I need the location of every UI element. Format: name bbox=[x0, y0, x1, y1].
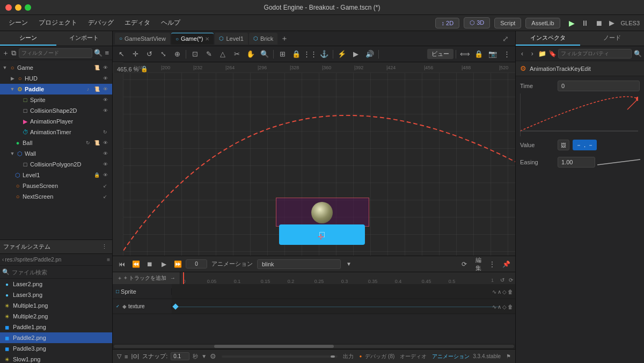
vt-more[interactable]: ⋮ bbox=[500, 48, 513, 60]
anim-name-input[interactable] bbox=[257, 259, 341, 269]
menu-help[interactable]: ヘルプ bbox=[157, 17, 185, 29]
tab-import[interactable]: インポート bbox=[56, 31, 113, 46]
fs-search-input[interactable] bbox=[12, 269, 110, 275]
tl-edit-btn[interactable]: 編集 bbox=[472, 258, 484, 270]
pause-button[interactable]: ⏸ bbox=[581, 19, 589, 27]
track-texture-curve[interactable]: ∿ bbox=[492, 303, 496, 309]
tl-options-btn[interactable]: ⋮ bbox=[486, 258, 498, 270]
tab-level1[interactable]: ⬡ Level1 bbox=[215, 33, 247, 45]
fs-more-btn[interactable]: ≡ bbox=[107, 257, 110, 263]
tree-item-animation[interactable]: ▶ AnimationPlayer bbox=[0, 116, 112, 127]
tl-loop-btn[interactable]: ⟳ bbox=[458, 258, 470, 270]
tl-stop[interactable]: ⏹ bbox=[144, 258, 156, 270]
vt-group[interactable]: ⋮⋮ bbox=[304, 48, 317, 60]
snap-value-input[interactable] bbox=[171, 352, 189, 360]
fs-item-paddle2[interactable]: ◼ Paddle2.png bbox=[0, 332, 112, 343]
vt-select[interactable]: ↖ bbox=[115, 48, 128, 60]
fs-nav-back[interactable]: ‹ bbox=[2, 257, 4, 263]
vt-scale[interactable]: ⤡ bbox=[157, 48, 170, 60]
tree-item-collpoly[interactable]: □ CollisionPolygon2D 👁 bbox=[0, 159, 112, 170]
maximize-button[interactable] bbox=[25, 4, 31, 11]
vt-anchor[interactable]: ⚓ bbox=[318, 48, 331, 60]
vt-bone[interactable]: ⊡ bbox=[188, 48, 201, 60]
tab-game-close[interactable]: ✕ bbox=[205, 36, 209, 42]
menu-project[interactable]: プロジェクト bbox=[34, 17, 82, 29]
tree-item-wall[interactable]: ▼ ⬡ Wall 👁 bbox=[0, 148, 112, 159]
tl-play[interactable]: ▶ bbox=[158, 258, 170, 270]
tree-item-game[interactable]: ▼ ○ Game 📜 👁 bbox=[0, 62, 112, 73]
filter-input[interactable] bbox=[19, 48, 92, 58]
viewport[interactable]: |168 |200 |232 |264 |296 |328 |360 |392 … bbox=[113, 62, 515, 256]
prop-value-icon-btn[interactable]: 🖼 bbox=[558, 140, 569, 150]
view-button[interactable]: ビュー bbox=[427, 49, 453, 59]
tree-item-hud[interactable]: ▶ ○ HUD 👁 bbox=[0, 73, 112, 84]
vt-camera[interactable]: 📷 bbox=[486, 48, 499, 60]
close-button[interactable] bbox=[5, 4, 12, 11]
filter-icon-bottom[interactable]: ▽ bbox=[117, 353, 121, 360]
instance-button[interactable]: ⧉ bbox=[11, 48, 17, 58]
vt-polygon[interactable]: △ bbox=[216, 48, 229, 60]
tl-loop-icon[interactable]: ⟳ bbox=[509, 277, 513, 283]
tab-brick[interactable]: ⬡ Brick bbox=[249, 33, 277, 45]
track-texture-delete[interactable]: 🗑 bbox=[508, 303, 513, 309]
tl-add-key[interactable]: ⏮ bbox=[116, 258, 128, 270]
bottom-animation[interactable]: アニメーション bbox=[432, 353, 470, 360]
fs-options-button[interactable]: ⋮ bbox=[99, 242, 109, 252]
playhead[interactable] bbox=[183, 272, 184, 284]
vt-zoom[interactable]: 🔍 bbox=[258, 48, 271, 60]
vt-move[interactable]: ✛ bbox=[129, 48, 142, 60]
tab-scene[interactable]: シーン bbox=[0, 31, 56, 46]
menu-debug[interactable]: デバッグ bbox=[84, 17, 118, 29]
insp-file-btn[interactable]: 📁 bbox=[538, 48, 547, 60]
tl-step-back[interactable]: ⏪ bbox=[130, 258, 142, 270]
vt-lock[interactable]: 🔒 bbox=[290, 48, 303, 60]
script-button[interactable]: Script bbox=[494, 18, 521, 28]
vt-anim[interactable]: ▶ bbox=[349, 48, 362, 60]
tab-node[interactable]: ノード bbox=[580, 31, 645, 46]
fs-item-paddle3[interactable]: ◼ Paddle3.png bbox=[0, 343, 112, 354]
new-node-button[interactable]: ＋ bbox=[2, 48, 9, 58]
bottom-output[interactable]: 出力 bbox=[343, 353, 354, 360]
insp-history-back[interactable]: ‹ bbox=[518, 48, 526, 60]
insp-filter-input[interactable] bbox=[558, 49, 632, 59]
insp-history-fwd[interactable]: › bbox=[528, 48, 537, 60]
timeline-scrollbar-thumb[interactable] bbox=[214, 345, 334, 348]
tree-item-ball[interactable]: ● Ball ↻ 📜 👁 bbox=[0, 137, 112, 148]
bottom-audio[interactable]: オーディオ bbox=[400, 353, 427, 360]
tab-inspector[interactable]: インスペクタ bbox=[516, 31, 580, 46]
vt-skeleton[interactable]: ⚡ bbox=[335, 48, 348, 60]
track-texture-key[interactable]: ◇ bbox=[502, 303, 507, 309]
tab-game[interactable]: ○ Game(*) ✕ bbox=[171, 33, 214, 45]
prop-easing-input[interactable] bbox=[558, 157, 595, 168]
tree-item-animtimer[interactable]: ⏱ AnimationTimer ↻ bbox=[0, 127, 112, 137]
assetlib-button[interactable]: AssetLib bbox=[525, 18, 560, 28]
menu-editor[interactable]: エディタ bbox=[120, 17, 155, 29]
vt-lock2[interactable]: 🔒 bbox=[472, 48, 485, 60]
list-icon-bottom[interactable]: ≡ bbox=[125, 353, 128, 360]
tab-add-button[interactable]: ＋ bbox=[279, 33, 290, 45]
tab-gamestartview[interactable]: ○ GameStartView bbox=[115, 33, 170, 45]
fs-item-paddle1[interactable]: ◼ Paddle1.png bbox=[0, 322, 112, 332]
track-sprite-key[interactable]: ◇ bbox=[502, 288, 507, 294]
fs-item-laser2[interactable]: ● Laser2.png bbox=[0, 279, 112, 289]
track-add-button[interactable]: ＋ + トラックを追加 → bbox=[113, 272, 180, 284]
fs-item-slow1[interactable]: ✳ Slow1.png bbox=[0, 354, 112, 363]
tree-item-nextscreen[interactable]: ○ NextScreen ↙ bbox=[0, 191, 112, 202]
vt-paint[interactable]: ✎ bbox=[202, 48, 215, 60]
fs-item-multiple1[interactable]: ✳ Multiple1.png bbox=[0, 300, 112, 311]
stop-button[interactable]: ⏹ bbox=[595, 19, 603, 27]
tree-item-level1[interactable]: ⬡ Level1 🔒 👁 bbox=[0, 170, 112, 180]
insp-bookmark-btn[interactable]: 🔖 bbox=[548, 48, 557, 60]
tl-recalc-icon[interactable]: ↺ bbox=[500, 277, 504, 283]
anim-time-input[interactable] bbox=[186, 259, 207, 268]
tree-item-sprite[interactable]: □ Sprite 👁 bbox=[0, 95, 112, 105]
mode-2d-button[interactable]: ↕ 2D bbox=[435, 18, 459, 28]
minimize-button[interactable] bbox=[15, 4, 21, 11]
snap-precision-btn[interactable]: ⚙ bbox=[210, 352, 216, 360]
bottom-debugger[interactable]: デバッガ (8) bbox=[365, 353, 394, 360]
fs-item-laser3[interactable]: ● Laser3.png bbox=[0, 289, 112, 300]
menu-scene[interactable]: シーン bbox=[4, 17, 32, 29]
snap-icon-bottom[interactable]: |⊙| bbox=[131, 353, 139, 360]
vt-cut[interactable]: ✂ bbox=[230, 48, 243, 60]
tl-pin-btn[interactable]: 📌 bbox=[500, 258, 512, 270]
